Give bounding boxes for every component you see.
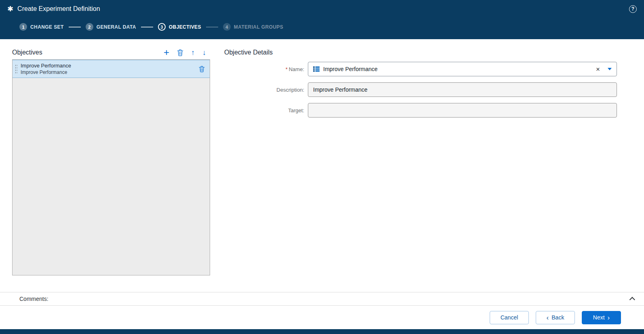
objectives-panel-title: Objectives bbox=[12, 49, 42, 56]
required-marker: * bbox=[286, 66, 288, 72]
objective-details-panel: Objective Details *Name: Improve Per bbox=[224, 46, 617, 292]
objectives-panel: Objectives + ↑ ↓ bbox=[12, 46, 210, 292]
name-combobox[interactable]: Improve Performance × bbox=[308, 62, 617, 76]
step-4-circle: 4 bbox=[223, 23, 231, 31]
move-down-button[interactable]: ↓ bbox=[202, 49, 206, 56]
objective-item-description: Improve Performance bbox=[21, 69, 199, 75]
bottom-shell-strip bbox=[0, 329, 644, 334]
step-4-label: MATERIAL GROUPS bbox=[234, 24, 283, 30]
name-value[interactable]: Improve Performance bbox=[323, 66, 592, 72]
objective-list-item[interactable]: Improve Performance Improve Performance bbox=[13, 60, 210, 78]
step-1-label: CHANGE SET bbox=[30, 24, 64, 30]
chevron-right-icon: › bbox=[608, 314, 610, 321]
target-input-cell bbox=[308, 103, 617, 118]
dropdown-arrow-icon[interactable] bbox=[608, 68, 612, 70]
step-2-label: GENERAL DATA bbox=[97, 24, 136, 30]
target-label: Target: bbox=[224, 107, 304, 113]
step-connector bbox=[141, 27, 153, 27]
step-general-data[interactable]: 2 GENERAL DATA bbox=[86, 23, 136, 31]
step-2-circle: 2 bbox=[86, 23, 93, 31]
add-objective-button[interactable]: + bbox=[164, 48, 169, 57]
step-3-label: OBJECTIVES bbox=[169, 24, 201, 30]
page-title: Create Experiment Definition bbox=[17, 5, 629, 13]
comments-section[interactable]: Comments: bbox=[0, 292, 644, 306]
back-button[interactable]: ‹ Back bbox=[536, 311, 575, 324]
objectives-list: Improve Performance Improve Performance bbox=[12, 59, 210, 275]
clear-icon[interactable]: × bbox=[596, 66, 600, 73]
chevron-left-icon: ‹ bbox=[547, 314, 549, 321]
trash-icon bbox=[199, 66, 205, 72]
description-input[interactable] bbox=[308, 82, 617, 97]
trash-icon bbox=[177, 49, 183, 56]
description-form-row: Description: bbox=[224, 82, 617, 97]
objective-item-name: Improve Performance bbox=[21, 63, 199, 69]
value-help-list-icon bbox=[313, 66, 320, 72]
step-objectives[interactable]: 3 OBJECTIVES bbox=[158, 23, 201, 31]
objectives-panel-header: Objectives + ↑ ↓ bbox=[12, 46, 210, 59]
move-up-button[interactable]: ↑ bbox=[191, 49, 195, 56]
target-form-row: Target: bbox=[224, 103, 617, 118]
description-label: Description: bbox=[224, 87, 304, 93]
top-bar: ✱ Create Experiment Definition ? bbox=[0, 0, 644, 18]
name-form-row: *Name: Improve Performance × bbox=[224, 62, 617, 76]
objectives-toolbar: + ↑ ↓ bbox=[164, 48, 210, 57]
comments-label: Comments: bbox=[19, 296, 631, 302]
objective-details-title: Objective Details bbox=[224, 46, 617, 59]
back-button-label: Back bbox=[551, 314, 564, 321]
step-connector bbox=[69, 27, 81, 27]
objective-item-texts: Improve Performance Improve Performance bbox=[21, 63, 199, 75]
step-material-groups[interactable]: 4 MATERIAL GROUPS bbox=[223, 23, 283, 31]
step-3-circle: 3 bbox=[158, 23, 166, 31]
cancel-button[interactable]: Cancel bbox=[490, 311, 529, 324]
cancel-button-label: Cancel bbox=[501, 314, 518, 321]
drag-handle-icon[interactable] bbox=[15, 64, 17, 74]
target-input[interactable] bbox=[308, 103, 617, 118]
step-connector bbox=[206, 27, 218, 27]
help-icon[interactable]: ? bbox=[629, 5, 637, 13]
delete-objective-button[interactable] bbox=[177, 49, 183, 56]
next-button-label: Next bbox=[593, 314, 605, 321]
step-change-set[interactable]: 1 CHANGE SET bbox=[19, 23, 64, 31]
main-content: Objectives + ↑ ↓ bbox=[0, 39, 644, 292]
item-delete-button[interactable] bbox=[199, 66, 205, 72]
create-experiment-definition-window: ✱ Create Experiment Definition ? 1 CHANG… bbox=[0, 0, 644, 334]
wizard-steps: 1 CHANGE SET 2 GENERAL DATA 3 OBJECTIVES… bbox=[0, 18, 644, 39]
step-1-circle: 1 bbox=[19, 23, 27, 31]
name-label: *Name: bbox=[224, 66, 304, 72]
app-asterisk-icon: ✱ bbox=[7, 5, 13, 13]
description-input-cell bbox=[308, 82, 617, 97]
name-input-cell: Improve Performance × bbox=[308, 62, 617, 76]
next-button[interactable]: Next › bbox=[582, 311, 621, 324]
footer-action-bar: Cancel ‹ Back Next › bbox=[0, 306, 644, 329]
